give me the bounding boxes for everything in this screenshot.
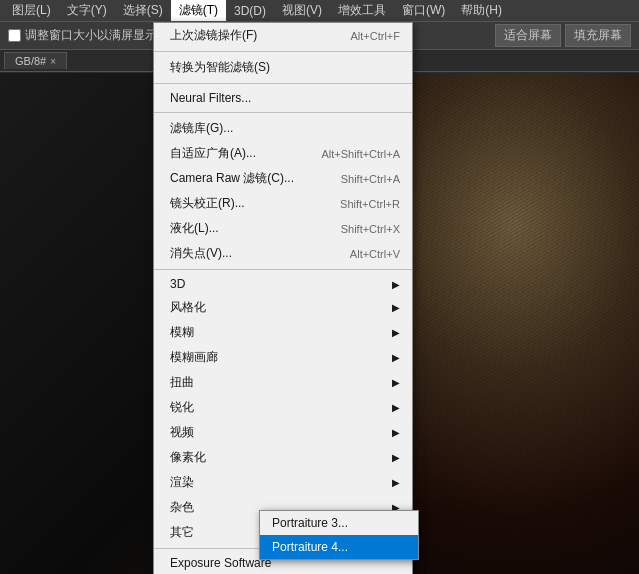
menu-sharpen[interactable]: 锐化 ▶	[154, 395, 412, 420]
menu-camera-raw[interactable]: Camera Raw 滤镜(C)... Shift+Ctrl+A	[154, 166, 412, 191]
menu-sharpen-label: 锐化	[170, 399, 194, 416]
menu-render[interactable]: 渲染 ▶	[154, 470, 412, 495]
menu-blur-gallery-arrow: ▶	[392, 352, 400, 363]
menu-neural-filters[interactable]: Neural Filters...	[154, 87, 412, 109]
menu-vanishing-point[interactable]: 消失点(V)... Alt+Ctrl+V	[154, 241, 412, 266]
menu-noise-label: 杂色	[170, 499, 194, 516]
menu-item-text[interactable]: 文字(Y)	[59, 0, 115, 21]
menu-pixelate[interactable]: 像素化 ▶	[154, 445, 412, 470]
menu-stylize-arrow: ▶	[392, 302, 400, 313]
submenu-portraiture4-label: Portraiture 4...	[272, 540, 348, 554]
menu-adaptive-wide-shortcut: Alt+Shift+Ctrl+A	[321, 148, 400, 160]
menu-vanishing-point-shortcut: Alt+Ctrl+V	[350, 248, 400, 260]
menu-video[interactable]: 视频 ▶	[154, 420, 412, 445]
submenu-portraiture3[interactable]: Portraiture 3...	[260, 511, 418, 535]
menu-item-window[interactable]: 窗口(W)	[394, 0, 453, 21]
menu-lens-correction-shortcut: Shift+Ctrl+R	[340, 198, 400, 210]
document-tab[interactable]: GB/8# ×	[4, 52, 67, 69]
fit-window-checkbox[interactable]	[8, 29, 21, 42]
menu-3d[interactable]: 3D ▶	[154, 273, 412, 295]
menu-last-filter-label: 上次滤镜操作(F)	[170, 27, 257, 44]
separator-3	[154, 112, 412, 113]
menu-distort[interactable]: 扭曲 ▶	[154, 370, 412, 395]
menu-exposure-software-label: Exposure Software	[170, 556, 271, 570]
menu-item-select[interactable]: 选择(S)	[115, 0, 171, 21]
menu-liquify-shortcut: Shift+Ctrl+X	[341, 223, 400, 235]
menu-video-label: 视频	[170, 424, 194, 441]
menu-blur-gallery-label: 模糊画廊	[170, 349, 218, 366]
menu-3d-label: 3D	[170, 277, 185, 291]
menu-camera-raw-label: Camera Raw 滤镜(C)...	[170, 170, 294, 187]
menu-adaptive-wide[interactable]: 自适应广角(A)... Alt+Shift+Ctrl+A	[154, 141, 412, 166]
menu-sharpen-arrow: ▶	[392, 402, 400, 413]
fit-window-label: 调整窗口大小以满屏显示	[25, 27, 157, 44]
tab-close-icon[interactable]: ×	[50, 56, 56, 67]
menu-stylize[interactable]: 风格化 ▶	[154, 295, 412, 320]
menu-last-filter[interactable]: 上次滤镜操作(F) Alt+Ctrl+F	[154, 23, 412, 48]
fill-screen-button[interactable]: 填充屏幕	[565, 24, 631, 47]
menu-adaptive-wide-label: 自适应广角(A)...	[170, 145, 256, 162]
menu-item-plugins[interactable]: 增效工具	[330, 0, 394, 21]
menu-blur-gallery[interactable]: 模糊画廊 ▶	[154, 345, 412, 370]
menu-video-arrow: ▶	[392, 427, 400, 438]
menu-render-label: 渲染	[170, 474, 194, 491]
menu-distort-label: 扭曲	[170, 374, 194, 391]
menu-stylize-label: 风格化	[170, 299, 206, 316]
menu-vanishing-point-label: 消失点(V)...	[170, 245, 232, 262]
tab-label: GB/8#	[15, 55, 46, 67]
menu-blur[interactable]: 模糊 ▶	[154, 320, 412, 345]
submenu-portraiture3-label: Portraiture 3...	[272, 516, 348, 530]
separator-2	[154, 83, 412, 84]
menu-item-help[interactable]: 帮助(H)	[453, 0, 510, 21]
menu-liquify-label: 液化(L)...	[170, 220, 219, 237]
menu-smart-filter[interactable]: 转换为智能滤镜(S)	[154, 55, 412, 80]
menu-other-label: 其它	[170, 524, 194, 541]
imagenomic-submenu: Portraiture 3... Portraiture 4...	[259, 510, 419, 560]
menu-filter-gallery[interactable]: 滤镜库(G)...	[154, 116, 412, 141]
menu-pixelate-arrow: ▶	[392, 452, 400, 463]
menu-render-arrow: ▶	[392, 477, 400, 488]
menu-blur-arrow: ▶	[392, 327, 400, 338]
menu-filter-gallery-label: 滤镜库(G)...	[170, 120, 233, 137]
menu-item-layers[interactable]: 图层(L)	[4, 0, 59, 21]
menu-last-filter-shortcut: Alt+Ctrl+F	[350, 30, 400, 42]
menu-lens-correction-label: 镜头校正(R)...	[170, 195, 245, 212]
menu-camera-raw-shortcut: Shift+Ctrl+A	[341, 173, 400, 185]
menu-3d-arrow: ▶	[392, 279, 400, 290]
menu-bar: 图层(L) 文字(Y) 选择(S) 滤镜(T) 3D(D) 视图(V) 增效工具…	[0, 0, 639, 22]
separator-4	[154, 269, 412, 270]
separator-1	[154, 51, 412, 52]
menu-distort-arrow: ▶	[392, 377, 400, 388]
menu-lens-correction[interactable]: 镜头校正(R)... Shift+Ctrl+R	[154, 191, 412, 216]
menu-pixelate-label: 像素化	[170, 449, 206, 466]
menu-item-view[interactable]: 视图(V)	[274, 0, 330, 21]
menu-smart-filter-label: 转换为智能滤镜(S)	[170, 59, 270, 76]
filter-dropdown-menu: 上次滤镜操作(F) Alt+Ctrl+F 转换为智能滤镜(S) Neural F…	[153, 22, 413, 574]
menu-liquify[interactable]: 液化(L)... Shift+Ctrl+X	[154, 216, 412, 241]
menu-neural-filters-label: Neural Filters...	[170, 91, 251, 105]
submenu-portraiture4[interactable]: Portraiture 4...	[260, 535, 418, 559]
menu-item-3d[interactable]: 3D(D)	[226, 2, 274, 20]
fit-screen-button[interactable]: 适合屏幕	[495, 24, 561, 47]
menu-item-filter[interactable]: 滤镜(T)	[171, 0, 226, 21]
menu-blur-label: 模糊	[170, 324, 194, 341]
